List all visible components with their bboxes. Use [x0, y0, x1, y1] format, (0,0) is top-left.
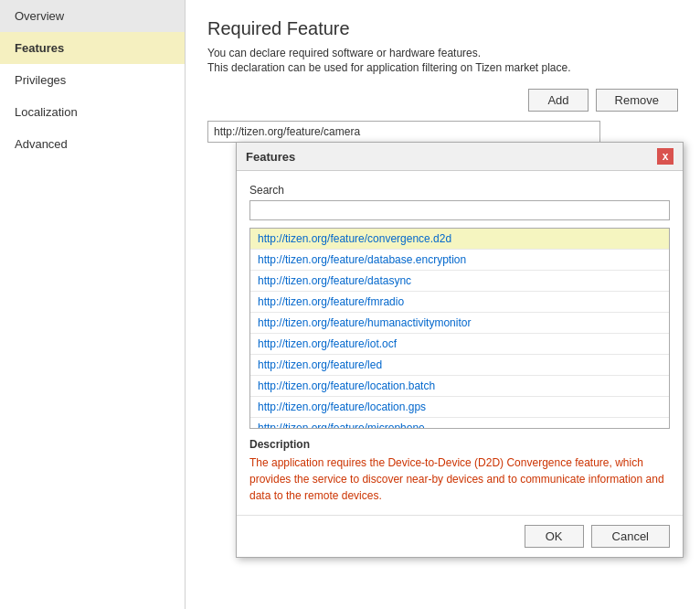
- feature-list-item[interactable]: http://tizen.org/feature/location.batch: [250, 376, 669, 397]
- description-line1: You can declare required software or har…: [207, 47, 678, 59]
- sidebar-item-label: Features: [15, 41, 64, 55]
- features-modal: Features x Search http://tizen.org/featu…: [236, 142, 684, 558]
- add-button[interactable]: Add: [528, 89, 588, 112]
- sidebar-item-features[interactable]: Features: [0, 32, 185, 64]
- search-label: Search: [249, 184, 670, 197]
- feature-list-item[interactable]: http://tizen.org/feature/database.encryp…: [250, 250, 669, 271]
- modal-body: Search http://tizen.org/feature/converge…: [237, 171, 683, 515]
- sidebar-item-label: Localization: [15, 105, 78, 119]
- main-content: Required Feature You can declare require…: [186, 0, 700, 609]
- description-section: Description The application requires the…: [249, 438, 670, 504]
- sidebar-item-advanced[interactable]: Advanced: [0, 128, 185, 160]
- feature-list-item[interactable]: http://tizen.org/feature/location.gps: [250, 397, 669, 418]
- features-list[interactable]: http://tizen.org/feature/convergence.d2d…: [249, 228, 670, 429]
- remove-button[interactable]: Remove: [596, 89, 678, 112]
- feature-list-item[interactable]: http://tizen.org/feature/fmradio: [250, 292, 669, 313]
- feature-input[interactable]: [207, 121, 600, 143]
- feature-list-item[interactable]: http://tizen.org/feature/datasync: [250, 271, 669, 292]
- sidebar: Overview Features Privileges Localizatio…: [0, 0, 186, 609]
- toolbar: Add Remove: [207, 89, 678, 112]
- sidebar-item-localization[interactable]: Localization: [0, 96, 185, 128]
- sidebar-item-privileges[interactable]: Privileges: [0, 64, 185, 96]
- feature-list-item[interactable]: http://tizen.org/feature/humanactivitymo…: [250, 313, 669, 334]
- sidebar-item-label: Overview: [15, 9, 64, 23]
- modal-header: Features x: [237, 143, 683, 171]
- description-label: Description: [249, 438, 670, 451]
- modal-footer: OK Cancel: [237, 515, 683, 557]
- feature-list-item[interactable]: http://tizen.org/feature/iot.ocf: [250, 334, 669, 355]
- feature-list-item[interactable]: http://tizen.org/feature/led: [250, 355, 669, 376]
- feature-list-item[interactable]: http://tizen.org/feature/microphone: [250, 418, 669, 429]
- sidebar-item-label: Advanced: [15, 137, 68, 151]
- cancel-button[interactable]: Cancel: [591, 525, 670, 548]
- search-input[interactable]: [249, 200, 670, 220]
- description-line2: This declaration can be used for applica…: [207, 61, 678, 74]
- page-title: Required Feature: [207, 18, 678, 39]
- sidebar-item-label: Privileges: [15, 73, 66, 87]
- description-content: The application requires the Device-to-D…: [249, 454, 670, 504]
- ok-button[interactable]: OK: [525, 525, 584, 548]
- feature-list-item[interactable]: http://tizen.org/feature/convergence.d2d: [250, 229, 669, 250]
- modal-close-button[interactable]: x: [657, 148, 673, 165]
- modal-title: Features: [246, 150, 295, 164]
- sidebar-item-overview[interactable]: Overview: [0, 0, 185, 32]
